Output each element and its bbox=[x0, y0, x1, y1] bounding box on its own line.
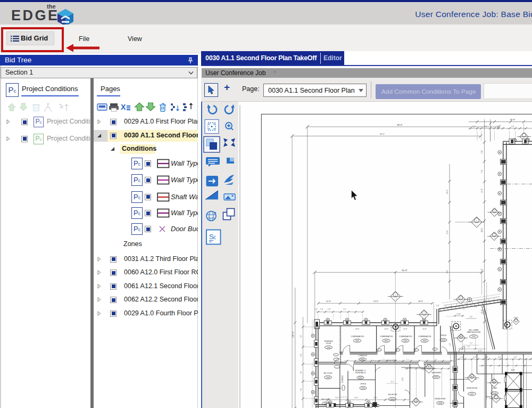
svg-text:10'-8″: 10'-8″ bbox=[354, 397, 358, 399]
svg-text:7'-0″: 7'-0″ bbox=[467, 346, 469, 348]
svg-text:COMPENSATION: COMPENSATION bbox=[379, 336, 392, 338]
svg-text:A9.1: A9.1 bbox=[422, 316, 426, 318]
svg-text:A6: A6 bbox=[428, 366, 430, 368]
svg-text:9'-8″: 9'-8″ bbox=[474, 306, 477, 308]
svg-text:X: X bbox=[121, 103, 126, 111]
svg-text:A7.2: A7.2 bbox=[459, 301, 462, 303]
svg-text:7'-8″: 7'-8″ bbox=[343, 308, 346, 311]
svg-text:A8: A8 bbox=[493, 381, 495, 383]
svg-text:10'-8″: 10'-8″ bbox=[355, 328, 359, 330]
svg-text:10'-8″: 10'-8″ bbox=[384, 328, 388, 330]
svg-text:7'-8″: 7'-8″ bbox=[300, 371, 302, 374]
svg-text:0'-4⅛″: 0'-4⅛″ bbox=[478, 350, 482, 352]
svg-text:5'-8″: 5'-8″ bbox=[469, 316, 472, 318]
svg-text:10'-8″: 10'-8″ bbox=[373, 397, 377, 399]
svg-text:98'-8″: 98'-8″ bbox=[397, 124, 403, 126]
svg-text:38'-8″: 38'-8″ bbox=[481, 227, 483, 232]
svg-text:26'-8″: 26'-8″ bbox=[510, 119, 515, 121]
svg-text:2014: 2014 bbox=[390, 398, 394, 401]
svg-text:5'-4″: 5'-4″ bbox=[462, 308, 466, 311]
svg-text:WORK ROOM: WORK ROOM bbox=[467, 387, 477, 389]
svg-text:29'-8″: 29'-8″ bbox=[401, 378, 403, 381]
svg-text:6'-8″: 6'-8″ bbox=[473, 356, 476, 358]
svg-text:2'-8″: 2'-8″ bbox=[511, 126, 514, 128]
svg-text:7'-8″: 7'-8″ bbox=[300, 335, 302, 338]
svg-text:56'-8″: 56'-8″ bbox=[402, 269, 408, 272]
svg-text:10'-8″: 10'-8″ bbox=[422, 328, 427, 330]
svg-text:2016: 2016 bbox=[438, 402, 442, 404]
svg-text:10'-8″: 10'-8″ bbox=[403, 328, 408, 330]
svg-text:2004: 2004 bbox=[422, 340, 426, 342]
svg-text:A4.8: A4.8 bbox=[493, 214, 496, 215]
svg-text:MEETING ROOM: MEETING ROOM bbox=[467, 331, 480, 333]
svg-text:SECRETARY 1-2: SECRETARY 1-2 bbox=[355, 370, 366, 372]
svg-text:96'-0″: 96'-0″ bbox=[379, 133, 385, 135]
svg-text:2010: 2010 bbox=[361, 387, 364, 389]
svg-text:LOBBY: LOBBY bbox=[492, 387, 497, 389]
svg-text:10'-8″: 10'-8″ bbox=[406, 358, 409, 360]
svg-text:A4P: A4P bbox=[495, 400, 497, 402]
svg-text:SUB FINGER: SUB FINGER bbox=[431, 372, 441, 374]
svg-text:2008: 2008 bbox=[326, 377, 329, 379]
svg-text:FILE ROOM: FILE ROOM bbox=[388, 394, 397, 396]
svg-text:c: c bbox=[213, 234, 216, 240]
svg-text:36'-8″: 36'-8″ bbox=[418, 300, 423, 303]
svg-text:30'-8″: 30'-8″ bbox=[446, 190, 448, 194]
svg-text:2003: 2003 bbox=[403, 340, 407, 342]
svg-text:∞: ∞ bbox=[214, 211, 216, 214]
svg-text:WR COORD: WR COORD bbox=[323, 372, 332, 374]
svg-text:120'-8″: 120'-8″ bbox=[292, 331, 294, 338]
svg-text:7'-8″: 7'-8″ bbox=[481, 169, 483, 173]
svg-text:5'-8⅛″: 5'-8⅛″ bbox=[448, 305, 452, 308]
svg-text:AV: AV bbox=[460, 336, 462, 338]
svg-text:COMPENSATION: COMPENSATION bbox=[398, 336, 411, 338]
svg-text:16'-8″: 16'-8″ bbox=[481, 188, 483, 193]
svg-text:9'-4⅛″: 9'-4⅛″ bbox=[456, 313, 461, 315]
svg-text:7'-8″: 7'-8″ bbox=[300, 388, 302, 391]
svg-text:7'-8″: 7'-8″ bbox=[513, 356, 516, 358]
svg-text:OFFICE: OFFICE bbox=[360, 383, 366, 385]
svg-text:2'-8″: 2'-8″ bbox=[448, 343, 451, 346]
svg-text:2001: 2001 bbox=[471, 336, 475, 338]
svg-text:10'-8″: 10'-8″ bbox=[335, 397, 339, 399]
svg-text:CORRIDOR: CORRIDOR bbox=[342, 376, 344, 383]
svg-text:7'-2″: 7'-2″ bbox=[469, 342, 472, 345]
svg-text:2006: 2006 bbox=[326, 347, 330, 349]
svg-text:CORRIDOR: CORRIDOR bbox=[358, 355, 367, 357]
svg-text:2'-8″: 2'-8″ bbox=[300, 354, 302, 357]
svg-text:2015: 2015 bbox=[434, 376, 438, 378]
svg-text:A6: A6 bbox=[471, 376, 473, 378]
svg-text:1'-8″: 1'-8″ bbox=[436, 305, 439, 307]
svg-text:2002: 2002 bbox=[384, 340, 388, 342]
svg-text:ROOM: ROOM bbox=[326, 342, 331, 345]
svg-text:TECHNICIAN 5-6: TECHNICIAN 5-6 bbox=[355, 372, 366, 374]
svg-text:8'-8″: 8'-8″ bbox=[435, 358, 437, 360]
svg-text:7'-8″: 7'-8″ bbox=[496, 126, 500, 128]
svg-text:COMPENSATION: COMPENSATION bbox=[351, 336, 363, 338]
svg-text:2005: 2005 bbox=[355, 340, 359, 342]
svg-text:FINGER PRINT: FINGER PRINT bbox=[435, 398, 446, 400]
svg-text:16'-8″: 16'-8″ bbox=[446, 230, 448, 234]
svg-text:2'-8″: 2'-8″ bbox=[327, 308, 330, 311]
svg-text:3'-8″: 3'-8″ bbox=[464, 302, 468, 305]
svg-text:10'-8″: 10'-8″ bbox=[382, 358, 385, 360]
svg-text:2012: 2012 bbox=[358, 377, 362, 379]
svg-text:A4.1: A4.1 bbox=[475, 224, 478, 226]
svg-text:4'-8″: 4'-8″ bbox=[460, 356, 463, 358]
svg-text:A7.8: A7.8 bbox=[493, 238, 496, 239]
svg-text:7'-8″: 7'-8″ bbox=[320, 308, 323, 311]
svg-text:4'-8″: 4'-8″ bbox=[497, 356, 500, 358]
svg-text:2009: 2009 bbox=[441, 339, 445, 341]
svg-text:COMPENSATION: COMPENSATION bbox=[418, 336, 430, 338]
svg-text:A4.1: A4.1 bbox=[394, 298, 397, 300]
svg-text:11'-2″: 11'-2″ bbox=[390, 381, 394, 383]
svg-text:24'-8″: 24'-8″ bbox=[373, 300, 378, 303]
svg-text:4'-0″: 4'-0″ bbox=[339, 401, 342, 402]
svg-text:OFFICE: OFFICE bbox=[440, 334, 446, 337]
svg-text:10'-8″: 10'-8″ bbox=[326, 300, 331, 303]
svg-text:1'-4″: 1'-4″ bbox=[479, 300, 482, 303]
svg-text:2017: 2017 bbox=[470, 393, 473, 395]
svg-text:8'-8″: 8'-8″ bbox=[446, 270, 448, 273]
svg-text:2018: 2018 bbox=[492, 393, 496, 395]
svg-text:1'-8″: 1'-8″ bbox=[314, 308, 318, 311]
